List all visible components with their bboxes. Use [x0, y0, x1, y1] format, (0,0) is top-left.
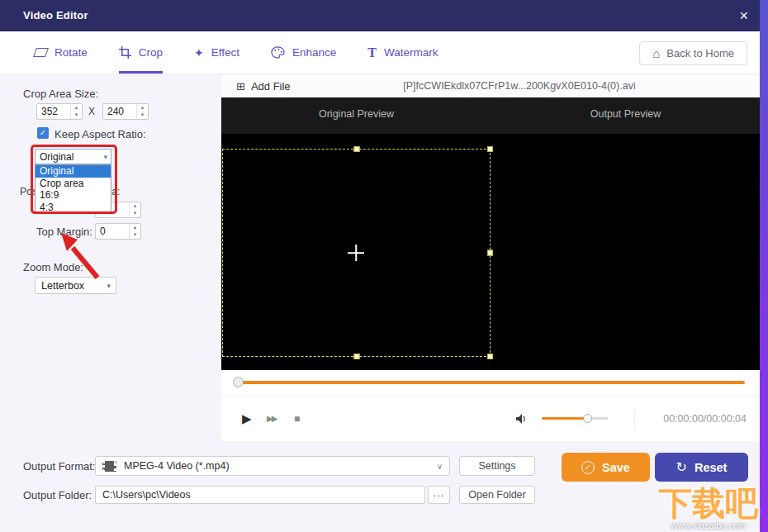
mpeg-file-icon: [102, 461, 116, 472]
spin-up-icon[interactable]: ▲: [130, 202, 140, 210]
reset-label: Reset: [695, 461, 728, 474]
palette-icon: [271, 46, 285, 59]
loaded-filename: [P]fcCWIEkdlx07CFrP1w...200KgvX0E010-4(0…: [320, 74, 718, 97]
spin-up-icon[interactable]: ▲: [130, 224, 140, 231]
chevron-down-icon: ∨: [437, 462, 443, 471]
output-format-dropdown[interactable]: MPEG-4 Video (*.mp4) ∨: [95, 456, 450, 476]
save-button[interactable]: ✓ Save: [562, 453, 650, 482]
back-to-home-button[interactable]: ⌂ Back to Home: [639, 41, 747, 65]
home-icon: ⌂: [652, 47, 660, 59]
aspect-option-16-9[interactable]: 16:9: [36, 189, 111, 202]
close-icon[interactable]: ×: [739, 0, 748, 31]
time-display: 00:00:00/00:00:04: [663, 396, 747, 442]
window-edge-strip: [760, 0, 768, 532]
left-margin-arrows[interactable]: ▲▼: [129, 202, 140, 217]
tab-enhance-label: Enhance: [292, 46, 336, 59]
add-file-button[interactable]: ⊞ Add File: [236, 74, 291, 97]
tab-effect-label: Effect: [211, 46, 239, 59]
spin-down-icon[interactable]: ▼: [71, 112, 82, 119]
size-separator: X: [88, 106, 95, 117]
top-margin-value: 0: [96, 224, 129, 239]
add-file-icon: ⊞: [236, 80, 245, 93]
crop-height-value: 240: [103, 104, 136, 119]
crop-area-size-label: Crop Area Size:: [23, 88, 98, 100]
output-format-label: Output Format:: [23, 460, 95, 473]
aspect-ratio-option-list: Original Crop area 16:9 4:3: [35, 164, 111, 214]
crop-handle-top[interactable]: [353, 146, 359, 152]
crop-width-arrows[interactable]: ▲▼: [70, 104, 82, 119]
tab-effect[interactable]: ✦ Effect: [194, 31, 239, 74]
tab-watermark[interactable]: T Watermark: [367, 31, 438, 74]
titlebar: Video Editor ×: [0, 0, 768, 31]
aspect-ratio-value: Original: [40, 151, 73, 163]
crop-handle-bottom-right[interactable]: [487, 354, 493, 359]
top-margin-arrows[interactable]: ▲▼: [129, 224, 140, 239]
settings-button[interactable]: Settings: [459, 456, 535, 476]
keep-aspect-label: Keep Aspect Ratio:: [55, 128, 146, 140]
spin-up-icon[interactable]: ▲: [137, 104, 148, 112]
output-preview-label: Output Preview: [491, 108, 760, 120]
crop-handle-bottom[interactable]: [353, 354, 359, 359]
video-preview-area: Original Preview Output Preview: [221, 97, 760, 370]
spin-down-icon[interactable]: ▼: [130, 231, 140, 239]
tab-crop[interactable]: Crop: [119, 31, 163, 74]
chevron-down-icon: ▾: [103, 153, 111, 161]
save-label: Save: [602, 461, 630, 474]
crop-width-spinner[interactable]: 352 ▲▼: [36, 103, 83, 120]
crop-height-spinner[interactable]: 240 ▲▼: [102, 103, 149, 120]
spin-down-icon[interactable]: ▼: [137, 112, 148, 119]
original-preview-label: Original Preview: [221, 108, 491, 120]
play-button[interactable]: ▶: [242, 396, 252, 442]
volume-slider[interactable]: [542, 417, 608, 420]
window-title: Video Editor: [23, 0, 88, 31]
tab-rotate-label: Rotate: [55, 46, 88, 59]
controls-divider: [634, 409, 635, 429]
zoom-mode-value: Letterbox: [41, 280, 84, 292]
seek-handle[interactable]: [233, 377, 244, 387]
crop-center-cross: [348, 245, 364, 261]
aspect-option-crop-area[interactable]: Crop area: [36, 178, 111, 190]
site-watermark-text: 下载吧: [659, 487, 758, 520]
spin-down-icon[interactable]: ▼: [130, 210, 140, 217]
site-watermark: 下载吧 www.xiazaiba.com: [659, 487, 758, 530]
seek-track[interactable]: [238, 381, 745, 384]
crop-handle-right[interactable]: [487, 250, 493, 256]
crop-icon: [119, 46, 131, 59]
stop-button[interactable]: ■: [294, 396, 300, 442]
file-bar: ⊞ Add File [P]fcCWIEkdlx07CFrP1w...200Kg…: [221, 74, 760, 97]
output-folder-input[interactable]: C:\Users\pc\Videos: [95, 486, 425, 504]
open-folder-button[interactable]: Open Folder: [459, 486, 535, 504]
site-watermark-url: www.xiazaiba.com: [659, 520, 758, 530]
browse-folder-button[interactable]: ...: [428, 486, 450, 504]
output-format-value: MPEG-4 Video (*.mp4): [124, 460, 230, 472]
crop-height-arrows[interactable]: ▲▼: [136, 104, 148, 119]
top-margin-spinner[interactable]: 0 ▲▼: [95, 223, 141, 240]
volume-handle[interactable]: [583, 414, 592, 423]
aspect-option-original[interactable]: Original: [36, 165, 111, 178]
zoom-mode-label: Zoom Mode:: [23, 261, 83, 273]
fast-forward-button[interactable]: ▶▶: [267, 396, 276, 442]
volume-fill: [542, 417, 587, 420]
tab-watermark-label: Watermark: [384, 46, 439, 59]
zoom-mode-dropdown[interactable]: Letterbox ▾: [35, 277, 116, 294]
spin-up-icon[interactable]: ▲: [71, 104, 82, 112]
keep-aspect-checkbox[interactable]: ✓: [37, 127, 49, 139]
playback-controls: ▶ ▶▶ ■ 00:00:00/00:00:04: [221, 395, 760, 441]
watermark-t-icon: T: [367, 46, 377, 59]
aspect-ratio-dropdown[interactable]: Original ▾: [35, 149, 111, 164]
tab-rotate[interactable]: Rotate: [35, 31, 88, 74]
chevron-down-icon: ▾: [107, 282, 116, 290]
seek-bar-row: [221, 370, 760, 395]
effect-icon: ✦: [194, 47, 204, 59]
add-file-label: Add File: [251, 80, 291, 93]
tab-enhance[interactable]: Enhance: [271, 31, 336, 74]
crop-handle-top-right[interactable]: [487, 146, 493, 152]
reset-button[interactable]: ↻ Reset: [655, 453, 748, 482]
output-folder-label: Output Folder:: [23, 489, 92, 501]
check-circle-icon: ✓: [581, 461, 595, 474]
crop-width-value: 352: [37, 104, 70, 119]
top-margin-label: Top Margin:: [36, 226, 92, 238]
tab-crop-label: Crop: [139, 46, 163, 59]
aspect-option-4-3[interactable]: 4:3: [36, 202, 111, 214]
speaker-icon[interactable]: [515, 413, 529, 425]
